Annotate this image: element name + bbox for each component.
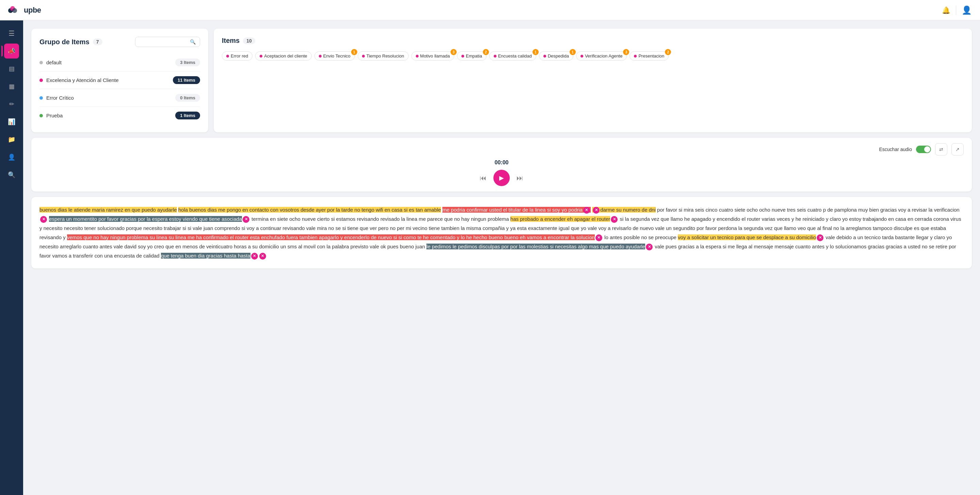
tag[interactable]: Verificacion Agente 3 (576, 51, 627, 60)
tag[interactable]: Presentacion 2 (630, 51, 669, 60)
close-mark[interactable]: ✕ (251, 253, 258, 259)
close-mark[interactable]: ✕ (583, 207, 590, 214)
items-badge: 3 Items (175, 59, 200, 66)
player-controls: ⏮ ▶ ⏭ (480, 170, 523, 186)
grupo-items-title: Grupo de Items (40, 38, 89, 46)
tag-dot (634, 55, 637, 57)
tag-label: Envio Tecnico (323, 53, 350, 59)
tag-dot (362, 55, 365, 57)
hl-span: espera un momentito por favor gracias po… (49, 216, 242, 222)
sidebar-item-grid[interactable]: ▦ (4, 79, 19, 94)
escuchar-audio-label: Escuchar audio (879, 146, 912, 152)
tag[interactable]: Motivo llamada 3 (411, 51, 454, 60)
forward-icon: ↗ (956, 146, 959, 152)
panel-header-right: Items 10 (222, 37, 964, 45)
sidebar-item-list[interactable]: ▤ (4, 61, 19, 76)
skip-back-button[interactable]: ⏮ (480, 174, 487, 182)
search-input[interactable] (140, 39, 187, 45)
panel-header-left: Grupo de Items 7 🔍 (40, 37, 200, 47)
folder-icon: 📁 (8, 136, 15, 143)
hl-span: le pedimos le pedimos disculpas por por … (426, 244, 645, 249)
menu-icon: ☰ (8, 29, 14, 37)
tag-badge: 1 (533, 49, 539, 55)
sidebar-item-menu[interactable]: ☰ (4, 26, 19, 41)
items-badge: 0 Items (175, 94, 200, 102)
hl-span: voy a solicitar un tecnico para que se d… (678, 234, 816, 240)
list-item[interactable]: Error Crítico 0 Items (40, 89, 200, 107)
tag-badge: 3 (623, 49, 629, 55)
search-box[interactable]: 🔍 (135, 37, 200, 47)
logo-text: upbe (24, 6, 41, 14)
tag[interactable]: Error red (222, 51, 253, 60)
rewind-icon-btn[interactable]: ⇄ (935, 143, 947, 156)
logo: upbe (8, 5, 41, 15)
item-left: Excelencia y Atención al Cliente (40, 77, 119, 83)
person-icon: 👤 (8, 153, 15, 161)
items-panel: Items 10 Error red Aceptacion del client… (214, 29, 972, 132)
close-mark[interactable]: ✕ (593, 207, 600, 214)
skip-forward-button[interactable]: ⏭ (517, 174, 523, 182)
sidebar-item-search[interactable]: 🔍 (4, 167, 19, 182)
svg-rect-2 (12, 8, 17, 13)
tag[interactable]: Empatia 2 (457, 51, 487, 60)
item-name: Error Crítico (46, 95, 74, 101)
forward-icon-btn[interactable]: ↗ (951, 143, 964, 156)
play-button[interactable]: ▶ (493, 170, 510, 186)
close-mark[interactable]: ✕ (40, 216, 47, 223)
item-name: Prueba (46, 113, 63, 118)
sidebar-item-megaphone[interactable]: 📣 (4, 43, 19, 59)
user-icon: 👤 (962, 5, 972, 14)
tag[interactable]: Encuesta calidad 1 (489, 51, 536, 60)
navbar: upbe 🔔 👤 (0, 0, 980, 21)
close-mark[interactable]: ✕ (259, 253, 266, 259)
hl-span: hola buenos dias me pongo en contacto co… (178, 207, 441, 213)
search-magnify-icon: 🔍 (190, 39, 196, 45)
tag-dot (259, 55, 262, 57)
tag-badge: 3 (450, 49, 457, 55)
sidebar: ☰ 📣 ▤ ▦ ✏ 📊 📁 👤 🔍 (0, 21, 23, 495)
plain-text: lo antes posible no se preocupe (605, 234, 676, 240)
sidebar-item-user[interactable]: 👤 (4, 150, 19, 165)
grupo-count-badge: 7 (93, 38, 102, 45)
tag[interactable]: Tiempo Resolucion (358, 51, 409, 60)
notification-button[interactable]: 🔔 (942, 6, 950, 14)
panel-title-left: Grupo de Items 7 (40, 38, 102, 46)
list-item[interactable]: Excelencia y Atención al Cliente 11 Item… (40, 72, 200, 89)
sidebar-item-folder[interactable]: 📁 (4, 132, 19, 147)
skip-back-icon: ⏮ (480, 174, 487, 181)
panel-title-right: Items 10 (222, 37, 255, 45)
tag-label: Verificacion Agente (585, 53, 623, 59)
close-mark[interactable]: ✕ (646, 244, 653, 250)
plain-text: por favor si mira seis cinco cuatro siet… (657, 207, 959, 213)
item-name: default (46, 59, 62, 65)
list-item[interactable]: Prueba 1 Items (40, 107, 200, 124)
hl-span: has probado a encender eh apagar el rout… (511, 216, 611, 222)
pencil-icon: ✏ (9, 100, 14, 108)
tag-dot (494, 55, 496, 57)
navbar-right: 🔔 👤 (942, 5, 972, 15)
sidebar-item-pencil[interactable]: ✏ (4, 97, 19, 111)
tag[interactable]: Aceptacion del cliente (255, 51, 311, 60)
close-mark[interactable]: ✕ (243, 216, 250, 223)
user-profile-button[interactable]: 👤 (962, 5, 972, 15)
sidebar-item-chart[interactable]: 📊 (4, 114, 19, 129)
item-name: Excelencia y Atención al Cliente (46, 77, 119, 83)
close-mark[interactable]: ✕ (611, 216, 617, 223)
tag[interactable]: Envio Tecnico 1 (314, 51, 355, 60)
items-badge: 11 Items (173, 76, 200, 84)
tag-dot (226, 55, 229, 57)
item-left: Error Crítico (40, 95, 74, 101)
tag-label: Despedida (548, 53, 569, 59)
tag[interactable]: Despedida 1 (539, 51, 573, 60)
audio-toggle[interactable] (916, 146, 931, 153)
content-area: Grupo de Items 7 🔍 default 3 Items Excel… (23, 21, 980, 495)
close-mark[interactable]: ✕ (595, 234, 602, 241)
close-mark[interactable]: ✕ (817, 234, 824, 241)
grid-icon: ▦ (9, 83, 14, 90)
list-item[interactable]: default 3 Items (40, 54, 200, 72)
nav-divider (956, 5, 956, 15)
list-icon: ▤ (9, 65, 14, 72)
tag-label: Aceptacion del cliente (264, 53, 307, 59)
search-icon: 🔍 (8, 171, 15, 178)
hl-span: que tenga buen dia gracias hasta hasta (161, 253, 250, 259)
